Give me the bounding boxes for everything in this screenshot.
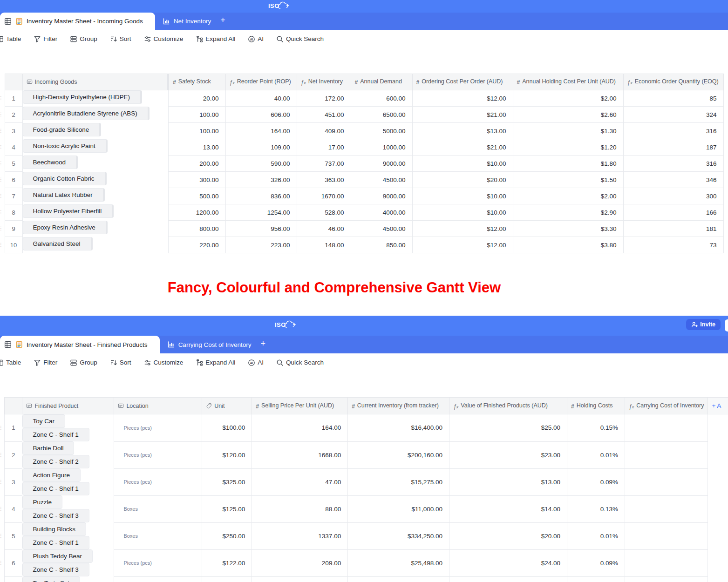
cell[interactable]: 363.00: [297, 172, 351, 188]
cell[interactable]: 17.00: [297, 139, 351, 156]
cell[interactable]: Food-grade Silicone: [23, 123, 102, 136]
cell[interactable]: $536,000.00: [348, 576, 449, 582]
cell[interactable]: $1.80: [513, 156, 623, 172]
row-drag-handle[interactable]: ⋮: [0, 156, 5, 172]
toolbar-ai[interactable]: AI: [248, 359, 264, 366]
cell[interactable]: 0.01%: [567, 522, 625, 549]
cell[interactable]: $3.80: [513, 237, 623, 253]
row-drag-handle[interactable]: ⋮: [0, 204, 5, 221]
cell[interactable]: 100.00: [168, 107, 225, 123]
toolbar-sort[interactable]: Sort: [110, 359, 131, 366]
row-drag-handle[interactable]: ⋮: [0, 576, 5, 582]
cell[interactable]: $34.00: [449, 576, 567, 582]
cell[interactable]: Toy Car: [22, 414, 65, 428]
row-number[interactable]: 3: [5, 468, 22, 495]
row-number[interactable]: 9: [5, 221, 22, 237]
cell[interactable]: $15,275.00: [348, 468, 449, 495]
row-drag-handle[interactable]: ⋮: [0, 188, 5, 204]
cell[interactable]: $2.00: [513, 188, 623, 204]
row-number[interactable]: 5: [5, 156, 22, 172]
row-number[interactable]: 1: [5, 414, 22, 442]
cell[interactable]: 1200.00: [168, 204, 225, 221]
cell[interactable]: $200,160.00: [348, 441, 449, 468]
row-drag-handle[interactable]: ⋮: [0, 123, 5, 139]
cell[interactable]: 346: [623, 172, 723, 188]
row-number[interactable]: 3: [5, 123, 22, 139]
cell[interactable]: 300.00: [168, 172, 225, 188]
cell[interactable]: 0.09%: [567, 468, 625, 495]
cell[interactable]: Barbie Doll: [22, 441, 74, 455]
row-drag-handle[interactable]: ⋮: [0, 414, 5, 442]
cell[interactable]: $10.00: [412, 188, 513, 204]
tab-carrying-cost[interactable]: Carrying Cost of Inventory: [160, 336, 259, 353]
cell[interactable]: 172.00: [297, 90, 351, 107]
add-tab-button[interactable]: +: [218, 13, 231, 30]
toolbar-customize[interactable]: Customize: [144, 359, 184, 366]
cell[interactable]: Toy Train Set: [22, 576, 80, 582]
cell[interactable]: 46.00: [297, 221, 351, 237]
cell[interactable]: 409.00: [297, 123, 351, 139]
cell[interactable]: $13.00: [449, 468, 567, 495]
cell[interactable]: $125.00: [202, 495, 252, 522]
cell[interactable]: $11,000.00: [348, 495, 449, 522]
toolbar-filter[interactable]: Filter: [34, 359, 57, 366]
cell[interactable]: $2.00: [513, 90, 623, 107]
cell[interactable]: 166: [623, 204, 723, 221]
add-tab-button[interactable]: +: [259, 336, 271, 353]
column-header[interactable]: #Annual Demand: [351, 74, 412, 90]
cell[interactable]: $10.00: [412, 156, 513, 172]
cell[interactable]: $25.00: [449, 414, 567, 442]
column-header[interactable]: ƒxReorder Point (ROP): [225, 74, 297, 90]
cell[interactable]: $23.00: [449, 441, 567, 468]
cell[interactable]: Zone C - Shelf 3: [22, 563, 89, 576]
column-header[interactable]: ƒxNet Inventory: [297, 74, 351, 90]
cell[interactable]: 9000.00: [351, 188, 412, 204]
cell[interactable]: 148.00: [297, 237, 351, 253]
cell[interactable]: $12.00: [412, 221, 513, 237]
cell[interactable]: 850.00: [351, 237, 412, 253]
cell[interactable]: $12.00: [412, 237, 513, 253]
row-drag-handle[interactable]: ⋮: [0, 441, 5, 468]
cell[interactable]: $24.00: [449, 549, 567, 576]
cell[interactable]: 1675.00: [252, 576, 348, 582]
cell[interactable]: $1.20: [513, 139, 623, 156]
cell[interactable]: Pieces (pcs): [114, 414, 202, 442]
row-drag-handle[interactable]: ⋮: [0, 139, 5, 156]
row-drag-handle[interactable]: ⋮: [0, 172, 5, 188]
cell[interactable]: 88.00: [252, 495, 348, 522]
row-number[interactable]: 5: [5, 522, 22, 549]
cell[interactable]: $2.60: [513, 107, 623, 123]
cell[interactable]: [625, 414, 708, 442]
cell[interactable]: 20.00: [168, 90, 225, 107]
cell[interactable]: 4500.00: [351, 172, 412, 188]
cell[interactable]: 956.00: [225, 221, 297, 237]
cell[interactable]: 164.00: [252, 414, 348, 442]
row-number-header[interactable]: [5, 74, 22, 90]
toolbar-expand-all[interactable]: Expand All: [196, 35, 235, 43]
cell[interactable]: 164.00: [225, 123, 297, 139]
row-number[interactable]: 1: [5, 90, 22, 107]
cell[interactable]: $122.00: [202, 549, 252, 576]
column-header[interactable]: #Annual Holding Cost Per Unit (AUD): [513, 74, 623, 90]
cell[interactable]: 606.00: [225, 107, 297, 123]
cell[interactable]: $10.00: [412, 204, 513, 221]
cell[interactable]: $120.00: [202, 441, 252, 468]
toolbar-group[interactable]: Group: [70, 35, 97, 43]
cell[interactable]: 220.00: [168, 237, 225, 253]
row-number[interactable]: 4: [5, 139, 22, 156]
cell[interactable]: 187: [623, 139, 723, 156]
cell[interactable]: 181: [623, 221, 723, 237]
add-field-button[interactable]: + A: [708, 398, 728, 414]
cell[interactable]: $21.00: [412, 107, 513, 123]
cell[interactable]: 6500.00: [351, 107, 412, 123]
cell[interactable]: [625, 468, 708, 495]
cell[interactable]: Boxes: [114, 576, 202, 582]
row-number[interactable]: 4: [5, 495, 22, 522]
cell[interactable]: $20.00: [412, 172, 513, 188]
row-number[interactable]: 6: [5, 549, 22, 576]
cell[interactable]: $14.00: [449, 495, 567, 522]
cell[interactable]: Boxes: [114, 522, 202, 549]
cell[interactable]: 4500.00: [351, 221, 412, 237]
cell[interactable]: Plush Teddy Bear: [22, 549, 93, 563]
cell[interactable]: 5000.00: [351, 123, 412, 139]
